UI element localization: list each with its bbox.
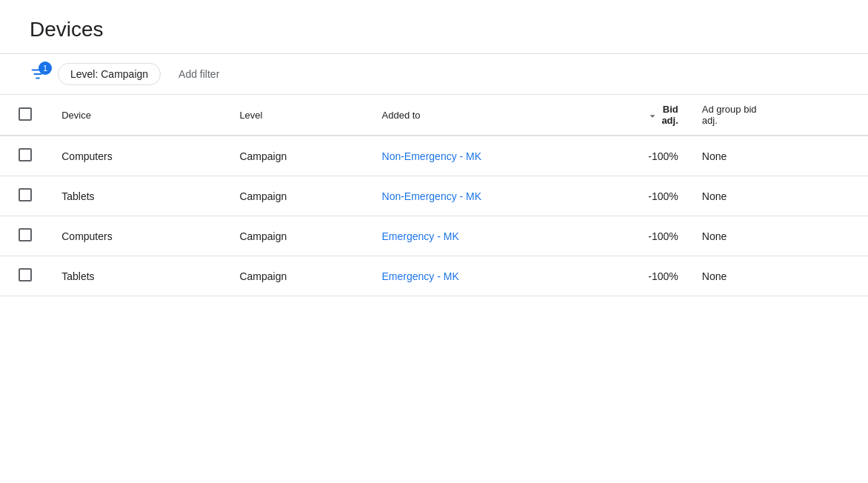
page-header: Devices [0,0,868,53]
header-bid-adj[interactable]: Bidadj. [548,95,690,136]
row-bid-adj: -100% [548,216,690,256]
table-row: TabletsCampaignEmergency - MK-100%None [0,256,868,296]
row-checkbox[interactable] [19,188,32,201]
header-ad-group-bid-adj: Ad group bidadj. [690,95,868,136]
row-ad-group-bid-adj: None [690,176,868,216]
row-ad-group-bid-adj: None [690,216,868,256]
row-checkbox[interactable] [19,268,32,282]
header-checkbox[interactable] [19,107,32,121]
sort-down-icon [647,108,658,122]
row-ad-group-bid-adj: None [690,136,868,176]
row-added-to[interactable]: Non-Emergency - MK [370,136,548,176]
table-row: ComputersCampaignNon-Emergency - MK-100%… [0,136,868,176]
row-ad-group-bid-adj: None [690,256,868,296]
header-level: Level [227,95,370,136]
added-to-link[interactable]: Emergency - MK [382,270,459,282]
add-filter-button[interactable]: Add filter [173,64,225,84]
table-row: ComputersCampaignEmergency - MK-100%None [0,216,868,256]
row-checkbox-cell [0,176,50,216]
row-checkbox[interactable] [19,148,32,161]
table-container: Device Level Added to Bidadj. Ad group b… [0,95,868,296]
row-added-to[interactable]: Emergency - MK [370,256,548,296]
row-device: Tablets [50,176,227,216]
header-device: Device [50,95,227,136]
filter-bar: 1 Level: Campaign Add filter [0,54,868,94]
row-level: Campaign [227,136,370,176]
row-level: Campaign [227,176,370,216]
row-checkbox-cell [0,136,50,176]
row-checkbox-cell [0,216,50,256]
row-added-to[interactable]: Emergency - MK [370,216,548,256]
row-bid-adj: -100% [548,136,690,176]
table-header-row: Device Level Added to Bidadj. Ad group b… [0,95,868,136]
row-bid-adj: -100% [548,176,690,216]
page-title: Devices [30,18,838,41]
row-bid-adj: -100% [548,256,690,296]
added-to-link[interactable]: Emergency - MK [382,230,459,242]
header-added-to: Added to [370,95,548,136]
filter-badge: 1 [39,61,52,75]
level-campaign-chip[interactable]: Level: Campaign [58,63,161,85]
filter-icon-button[interactable]: 1 [30,66,46,82]
row-device: Tablets [50,256,227,296]
added-to-link[interactable]: Non-Emergency - MK [382,150,482,162]
added-to-link[interactable]: Non-Emergency - MK [382,190,482,202]
row-device: Computers [50,136,227,176]
row-level: Campaign [227,256,370,296]
devices-table: Device Level Added to Bidadj. Ad group b… [0,95,868,296]
row-checkbox-cell [0,256,50,296]
row-device: Computers [50,216,227,256]
row-level: Campaign [227,216,370,256]
row-checkbox[interactable] [19,228,32,242]
row-added-to[interactable]: Non-Emergency - MK [370,176,548,216]
table-row: TabletsCampaignNon-Emergency - MK-100%No… [0,176,868,216]
header-checkbox-col [0,95,50,136]
